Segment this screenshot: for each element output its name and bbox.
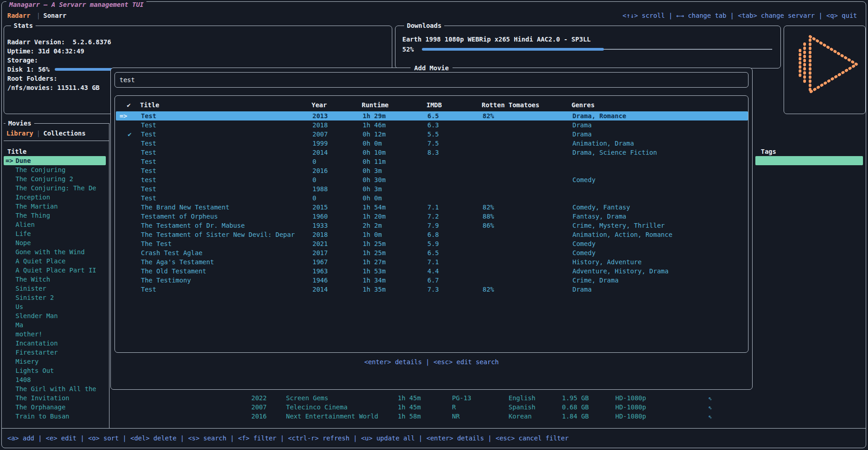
library-table-row[interactable]: 2016Next Entertainment World1h 58mNRKore… <box>0 412 868 421</box>
cell-year: 2007 <box>312 130 328 139</box>
movie-title: Sinister 2 <box>16 293 54 302</box>
movie-list-item[interactable]: The Conjuring: The De <box>4 183 106 193</box>
cell-quality: HD-1080p <box>615 403 646 412</box>
movie-search-input[interactable] <box>114 72 748 88</box>
cell-year: 2021 <box>312 239 328 248</box>
movie-list-item[interactable]: =>Dune <box>4 156 106 165</box>
movie-list-item[interactable]: Incantation <box>4 339 106 348</box>
cell-rating: NR <box>452 412 460 421</box>
add-movie-result-row[interactable]: Crash Test Aglae20171h 25m6.5Comedy <box>116 248 748 257</box>
movie-list-item[interactable]: Inception <box>4 193 106 202</box>
add-movie-result-row[interactable]: test00h 30mComedy <box>116 175 748 184</box>
tab-divider: | <box>36 11 40 20</box>
add-movie-result-row[interactable]: Test20160h 3m <box>116 166 748 175</box>
tab-library[interactable]: Library <box>6 129 33 138</box>
add-movie-result-row[interactable]: Test20140h 10m8.3Drama, Science Fiction <box>116 148 748 157</box>
movie-list-item[interactable]: Us <box>4 302 106 311</box>
movie-list-item[interactable]: The Conjuring <box>4 165 106 174</box>
movie-list-item[interactable]: The Martian <box>4 202 106 211</box>
add-movie-result-row[interactable]: Test19880h 3m <box>116 184 748 194</box>
movie-title: Ma <box>16 320 23 330</box>
movie-list-item[interactable]: 1408 <box>4 375 106 384</box>
selected-row-tags-cell[interactable] <box>755 156 863 165</box>
movie-list-item[interactable]: Ma <box>4 320 106 330</box>
movie-list-item[interactable]: Sinister 2 <box>4 293 106 302</box>
movie-list-item[interactable]: Gone with the Wind <box>4 247 106 256</box>
stats-uptime: Uptime: 31d 04:32:49 <box>7 47 84 56</box>
movie-title: Us <box>16 302 23 311</box>
tab-collections[interactable]: Collections <box>43 129 86 138</box>
add-movie-result-row[interactable]: The Testament of Sister New Devil: Depar… <box>116 230 748 239</box>
movie-list-item[interactable]: A Quiet Place <box>4 256 106 266</box>
add-movie-result-row[interactable]: The Testament of Dr. Mabuse19332h 2m7.98… <box>116 221 748 230</box>
cell-year: 1967 <box>312 257 328 267</box>
movie-title: Alien <box>16 220 35 229</box>
movie-list-item[interactable]: Life <box>4 229 106 238</box>
add-movie-result-row[interactable]: The Test20211h 25m5.9Comedy <box>116 239 748 248</box>
add-movie-result-row[interactable]: Test00h 0m <box>116 194 748 203</box>
movie-list-item[interactable]: A Quiet Place Part II <box>4 266 106 275</box>
cell-imdb: 6.8 <box>427 230 439 239</box>
add-movie-result-row[interactable]: The Brand New Testament20151h 54m7.182%C… <box>116 203 748 212</box>
monitored-icon: ⇖ <box>708 403 712 412</box>
cell-year: 2016 <box>312 166 328 175</box>
add-movie-result-row[interactable]: Test20181h 46m6.3Drama <box>116 120 748 130</box>
cell-imdb: 7.9 <box>427 221 439 230</box>
add-movie-result-row[interactable]: Test19990h 0m7.5Animation, Drama <box>116 139 748 148</box>
add-movie-result-row[interactable]: Testament of Orpheus19601h 20m7.288%Fant… <box>116 212 748 221</box>
movie-list-item[interactable]: Sinister <box>4 284 106 293</box>
cell-year: 1946 <box>312 276 328 285</box>
cell-imdb: 7.2 <box>427 212 439 221</box>
movie-title: Lights Out <box>16 366 54 375</box>
movie-list-item[interactable]: Nope <box>4 238 106 247</box>
movie-list-item[interactable]: mother! <box>4 330 106 339</box>
movie-list-item[interactable]: Lights Out <box>4 366 106 375</box>
library-table-row[interactable]: 2007Telecinco Cinema1h 45mRSpanish0.68 G… <box>0 403 868 412</box>
movie-list-item[interactable]: The Witch <box>4 275 106 284</box>
movie-list-item[interactable]: Misery <box>4 357 106 366</box>
add-movie-result-row[interactable]: =>Test20131h 29m6.582%Drama, Romance <box>116 111 748 120</box>
add-movie-result-row[interactable]: The Testimony19461h 34m6.7Crime, Drama <box>116 276 748 285</box>
managarr-app: Managarr – A Servarr management TUI Rada… <box>0 0 868 450</box>
movie-list-item[interactable]: The Girl with All the <box>4 384 106 393</box>
movie-title: Nope <box>16 238 31 247</box>
cell-language: Spanish <box>509 403 535 412</box>
add-movie-modal-help: <enter> details | <esc> edit search <box>111 357 752 366</box>
cell-runtime: 2h 2m <box>363 221 382 230</box>
movie-list-item[interactable]: Slender Man <box>4 311 106 320</box>
movie-title: Firestarter <box>16 348 58 357</box>
download-gauge-fill <box>422 48 604 51</box>
cell-size: 0.68 GB <box>562 403 589 412</box>
cell-runtime: 0h 3m <box>363 184 382 194</box>
column-header: Title <box>140 100 159 110</box>
cell-year: 2007 <box>251 403 267 412</box>
cell-year: 0 <box>312 194 316 203</box>
add-movie-result-row[interactable]: The Old Testament19631h 53m4.4Adventure,… <box>116 267 748 276</box>
movie-list-item[interactable]: The Conjuring 2 <box>4 174 106 183</box>
cell-year: 2014 <box>312 285 328 294</box>
movie-list-item[interactable]: Alien <box>4 220 106 229</box>
cell-runtime: 1h 58m <box>398 412 421 421</box>
column-header: Genres <box>572 100 595 110</box>
cell-runtime: 0h 11m <box>363 157 386 166</box>
tab-radarr[interactable]: Radarr <box>7 11 31 20</box>
cell-runtime: 1h 34m <box>363 276 386 285</box>
movie-list-item[interactable]: The Thing <box>4 211 106 220</box>
tab-sonarr[interactable]: Sonarr <box>43 11 67 20</box>
movie-list-item[interactable]: Firestarter <box>4 348 106 357</box>
add-movie-result-row[interactable]: Test20141h 35m7.382%Drama <box>116 285 748 294</box>
stats-rootfolders-label: Root Folders: <box>7 74 57 83</box>
cell-genres: Adventure, History, Drama <box>572 267 669 276</box>
movie-title: The Conjuring <box>16 165 66 174</box>
cell-size: 1.95 GB <box>562 393 589 403</box>
cell-title: The Old Testament <box>141 267 206 276</box>
stats-storage-label: Storage: <box>7 56 38 65</box>
add-movie-result-row[interactable]: Test00h 11m <box>116 157 748 166</box>
add-movie-result-row[interactable]: The Aga's Testament19671h 27m7.1History,… <box>116 257 748 267</box>
cell-title: The Testament of Sister New Devil: Depar <box>141 230 295 239</box>
cell-imdb: 7.1 <box>427 203 439 212</box>
library-table-row[interactable]: 2022Screen Gems1h 45mPG-13English1.95 GB… <box>0 393 868 403</box>
movie-title: A Quiet Place Part II <box>16 266 96 275</box>
cell-runtime: 0h 0m <box>363 194 382 203</box>
add-movie-result-row[interactable]: ✔Test20070h 12m5.5Drama <box>116 130 748 139</box>
